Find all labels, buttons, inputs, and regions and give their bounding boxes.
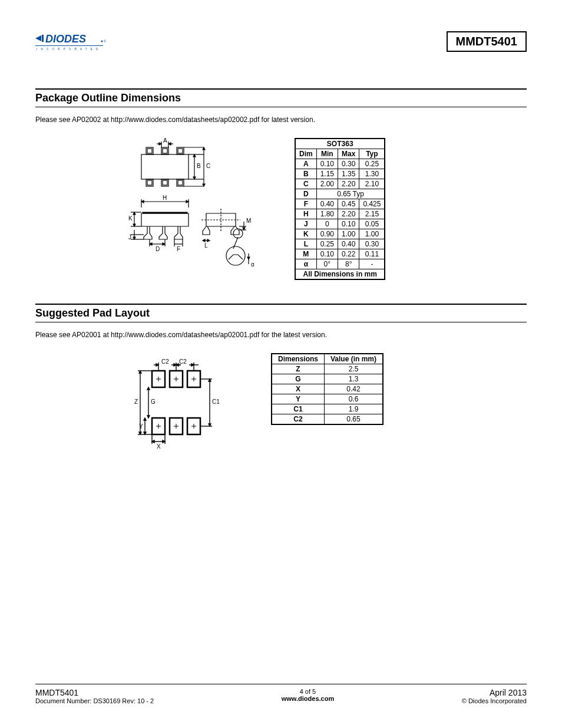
col-typ: Typ <box>359 149 385 159</box>
svg-text:I  N  C  O  R  P  O  R  A  T  : I N C O R P O R A T E D <box>37 48 100 51</box>
table-row: C2.002.202.10 <box>295 179 385 189</box>
svg-text:K: K <box>128 215 133 222</box>
table-title: SOT363 <box>295 139 385 149</box>
svg-text:D: D <box>156 246 160 252</box>
svg-marker-23 <box>168 143 171 145</box>
svg-rect-5 <box>35 45 103 46</box>
svg-text:Z: Z <box>134 398 138 405</box>
footer-page: 4 of 5 <box>282 688 334 695</box>
table-row: C20.65 <box>272 414 383 425</box>
svg-text:X: X <box>157 443 161 450</box>
table-row: M0.100.220.11 <box>295 249 385 259</box>
svg-marker-28 <box>193 154 196 157</box>
svg-text:DIODES: DIODES <box>45 33 86 45</box>
svg-rect-1 <box>42 35 44 42</box>
svg-marker-32 <box>203 147 205 150</box>
svg-text:C1: C1 <box>212 398 220 405</box>
svg-text:C: C <box>206 163 210 169</box>
svg-text:α: α <box>251 261 254 268</box>
svg-text:C2: C2 <box>179 358 187 365</box>
section1-content: A B C H <box>35 138 527 280</box>
svg-marker-72 <box>203 239 205 242</box>
svg-text:B: B <box>197 163 201 169</box>
package-dimensions-table: SOT363 Dim Min Max Typ A0.100.300.25 B1.… <box>295 138 385 280</box>
svg-marker-59 <box>150 243 152 245</box>
section-rule <box>35 88 527 90</box>
section2-content: C2 C2 Z G C1 Y X Dimens <box>35 353 527 462</box>
svg-text:Y: Y <box>139 423 143 430</box>
table-row: H1.802.202.15 <box>295 209 385 219</box>
svg-point-81 <box>226 246 245 265</box>
footer-doc-number: Document Number: DS30169 Rev: 10 - 2 <box>35 697 154 704</box>
page-header: DIODES ® I N C O R P O R A T E D MMDT540… <box>35 29 527 53</box>
part-number: MMDT5401 <box>456 35 517 48</box>
svg-text:M: M <box>246 218 251 224</box>
page-footer: MMDT5401 Document Number: DS30169 Rev: 1… <box>35 684 527 704</box>
section1-note: Please see AP02002 at http://www.diodes.… <box>35 116 527 124</box>
svg-text:C2: C2 <box>161 358 169 365</box>
table-footer: All Dimensions in mm <box>295 269 385 280</box>
section-rule <box>35 304 527 305</box>
svg-rect-17 <box>163 180 167 185</box>
svg-text:F: F <box>177 246 180 252</box>
svg-point-3 <box>101 41 103 42</box>
svg-marker-0 <box>35 35 41 41</box>
svg-marker-140 <box>144 418 146 420</box>
svg-marker-33 <box>203 184 205 186</box>
pad-layout-drawing: C2 C2 Z G C1 Y X <box>118 353 236 462</box>
svg-rect-7 <box>141 154 189 179</box>
col-dimensions: Dimensions <box>272 354 325 364</box>
svg-line-87 <box>233 237 238 249</box>
col-dim: Dim <box>295 149 316 159</box>
package-outline-drawing: A B C H <box>118 138 259 276</box>
svg-text:H: H <box>163 195 167 201</box>
table-row: A0.100.300.25 <box>295 159 385 169</box>
col-max: Max <box>338 149 359 159</box>
svg-marker-41 <box>186 200 189 203</box>
table-row: C11.9 <box>272 404 383 414</box>
svg-text:L: L <box>204 242 208 249</box>
pad-dimensions-table: Dimensions Value (in mm) Z2.5 G1.3 X0.42… <box>271 353 384 425</box>
svg-marker-46 <box>133 212 135 215</box>
table-row: J00.100.05 <box>295 219 385 229</box>
svg-text:®: ® <box>104 39 106 43</box>
svg-rect-13 <box>178 149 183 153</box>
svg-marker-29 <box>193 177 196 179</box>
table-row: B1.151.351.30 <box>295 169 385 179</box>
col-value: Value (in mm) <box>325 354 384 364</box>
svg-marker-130 <box>147 387 150 390</box>
table-row: F0.400.450.425 <box>295 199 385 209</box>
footer-date: April 2013 <box>462 688 527 697</box>
footer-url: www.diodes.com <box>282 695 334 702</box>
table-row: Y0.6 <box>272 394 383 404</box>
company-logo: DIODES ® I N C O R P O R A T E D <box>35 29 124 53</box>
section2-note: Please see AP02001 at http://www.diodes.… <box>35 331 527 339</box>
svg-text:G: G <box>151 398 156 405</box>
table-row: L0.250.400.30 <box>295 239 385 249</box>
svg-rect-11 <box>163 149 167 153</box>
footer-copyright: © Diodes Incorporated <box>462 697 527 704</box>
table-row: D0.65 Typ <box>295 189 385 199</box>
svg-rect-9 <box>147 149 152 153</box>
svg-rect-15 <box>147 180 152 185</box>
svg-marker-131 <box>147 416 150 418</box>
footer-part: MMDT5401 <box>35 688 154 697</box>
svg-marker-21 <box>159 143 161 145</box>
col-min: Min <box>316 149 338 159</box>
part-number-box: MMDT5401 <box>447 31 527 52</box>
svg-rect-19 <box>178 180 183 185</box>
svg-marker-60 <box>163 243 165 245</box>
section2-title: Suggested Pad Layout <box>35 306 527 322</box>
table-row: G1.3 <box>272 374 383 384</box>
svg-marker-40 <box>141 200 144 203</box>
svg-text:A: A <box>163 138 167 144</box>
section1-title: Package Outline Dimensions <box>35 91 527 107</box>
table-row: α0°8°- <box>295 259 385 269</box>
svg-marker-73 <box>207 239 210 242</box>
table-row: Z2.5 <box>272 364 383 374</box>
table-row: K0.901.001.00 <box>295 229 385 239</box>
diodes-logo-icon: DIODES ® I N C O R P O R A T E D <box>35 29 124 53</box>
table-row: X0.42 <box>272 384 383 394</box>
